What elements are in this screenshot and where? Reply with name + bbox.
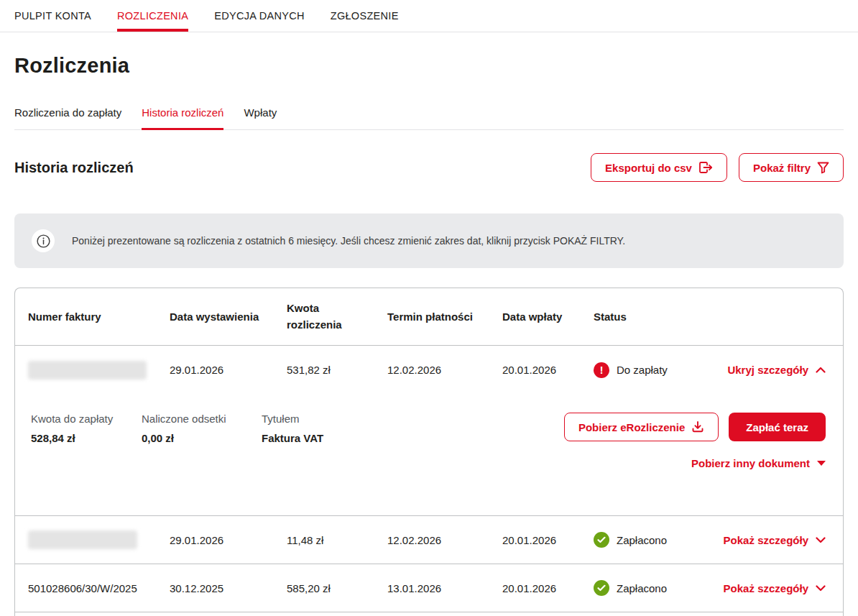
invoice-number-redacted	[28, 530, 170, 549]
payment-date: 20.01.2026	[502, 364, 594, 376]
info-icon	[32, 229, 55, 252]
chevron-down-icon	[816, 585, 826, 592]
row-details-panel: Kwota do zapłaty 528,84 zł Naliczone ods…	[15, 394, 843, 515]
pay-now-button[interactable]: Zapłać teraz	[729, 413, 826, 441]
title-label: Tytułem	[262, 413, 323, 425]
col-header-invoice: Numer faktury	[28, 311, 170, 323]
page-title: Rozliczenia	[14, 54, 844, 78]
tab-wplaty[interactable]: Wpłaty	[244, 106, 277, 129]
section-actions: Eksportuj do csv Pokaż filtry	[591, 153, 844, 182]
status-badge: ! Do zapłaty	[594, 362, 701, 378]
nav-item-zgloszenie[interactable]: ZGŁOSZENIE	[331, 0, 399, 32]
nav-item-pulpit-konta[interactable]: PULPIT KONTA	[14, 0, 91, 32]
chevron-up-icon	[816, 367, 826, 373]
interest-value: 0,00 zł	[142, 432, 262, 444]
tab-bar: Rozliczenia do zapłaty Historia rozlicze…	[14, 106, 844, 130]
check-icon	[594, 532, 609, 548]
amount-due-label: Kwota do zapłaty	[31, 413, 142, 425]
info-banner-text: Poniżej prezentowane są rozliczenia z os…	[72, 235, 625, 247]
status-badge: Zapłacono	[594, 532, 701, 548]
top-navigation: PULPIT KONTA ROZLICZENIA EDYCJA DANYCH Z…	[0, 0, 858, 32]
title-value: Faktura VAT	[262, 432, 323, 444]
tab-rozliczenia-do-zaplaty[interactable]: Rozliczenia do zapłaty	[14, 106, 121, 129]
check-icon	[594, 580, 609, 596]
col-header-amount: Kwota rozliczenia	[287, 300, 387, 333]
due-date: 12.02.2026	[387, 364, 502, 376]
section-header: Historia rozliczeń Eksportuj do csv Poka…	[14, 153, 844, 182]
due-date: 13.01.2026	[387, 582, 502, 594]
invoice-number: 501028606/30/W/2025	[28, 582, 170, 594]
amount: 585,20 zł	[287, 582, 387, 594]
due-date: 12.02.2026	[387, 534, 502, 546]
caret-down-icon	[817, 461, 826, 466]
table-row-partial	[15, 612, 843, 616]
filter-icon	[817, 162, 829, 174]
tab-historia-rozliczen[interactable]: Historia rozliczeń	[142, 106, 223, 129]
show-details-link[interactable]: Pokaż szczegóły	[724, 582, 826, 594]
issue-date: 29.01.2026	[170, 534, 287, 546]
show-filters-label: Pokaż filtry	[753, 162, 811, 174]
col-header-status: Status	[594, 311, 701, 323]
table-row: 29.01.2026 11,48 zł 12.02.2026 20.01.202…	[15, 515, 843, 564]
nav-item-rozliczenia[interactable]: ROZLICZENIA	[117, 0, 188, 32]
chevron-down-icon	[816, 537, 826, 543]
table-header-row: Numer faktury Data wystawienia Kwota roz…	[15, 288, 843, 346]
table-row: 29.01.2026 531,82 zł 12.02.2026 20.01.20…	[15, 346, 843, 394]
billing-history-table: Numer faktury Data wystawienia Kwota roz…	[14, 288, 844, 616]
amount-due-value: 528,84 zł	[31, 432, 142, 444]
table-row: 501028606/30/W/2025 30.12.2025 585,20 zł…	[15, 564, 843, 612]
hide-details-link[interactable]: Ukryj szczegóły	[727, 364, 826, 376]
download-icon	[691, 420, 704, 433]
section-title: Historia rozliczeń	[14, 160, 134, 176]
interest-label: Naliczone odsetki	[142, 413, 262, 425]
amount: 531,82 zł	[287, 364, 387, 376]
col-header-payment-date: Data wpłaty	[502, 311, 594, 323]
download-erozliczenie-button[interactable]: Pobierz eRozliczenie	[564, 413, 719, 441]
issue-date: 30.12.2025	[170, 582, 287, 594]
status-badge: Zapłacono	[594, 580, 701, 596]
export-csv-label: Eksportuj do csv	[605, 162, 692, 174]
col-header-issue-date: Data wystawienia	[170, 311, 287, 323]
alert-icon: !	[594, 362, 609, 378]
show-details-link[interactable]: Pokaż szczegóły	[724, 534, 826, 546]
download-other-document-link[interactable]: Pobierz inny dokument	[691, 457, 826, 469]
info-banner: Poniżej prezentowane są rozliczenia z os…	[14, 213, 844, 268]
amount: 11,48 zł	[287, 534, 387, 546]
export-csv-button[interactable]: Eksportuj do csv	[591, 153, 727, 182]
col-header-due-date: Termin płatności	[387, 311, 502, 323]
payment-date: 20.01.2026	[502, 534, 594, 546]
export-icon	[698, 161, 713, 174]
show-filters-button[interactable]: Pokaż filtry	[739, 153, 844, 182]
invoice-number-redacted	[28, 361, 170, 380]
nav-item-edycja-danych[interactable]: EDYCJA DANYCH	[214, 0, 305, 32]
issue-date: 29.01.2026	[170, 364, 287, 376]
payment-date: 20.01.2026	[502, 582, 594, 594]
